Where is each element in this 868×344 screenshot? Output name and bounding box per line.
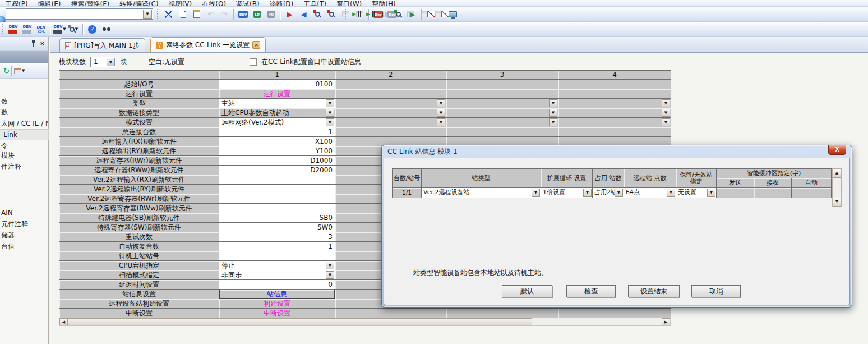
chevron-down-icon[interactable]: ▼ [326,262,334,269]
param-combo-cell[interactable]: 远程网络(Ver.2模式)▼ [219,118,335,127]
chevron-down-icon[interactable]: ▼ [326,109,334,117]
sidebar-item[interactable]: -Link [0,130,48,140]
program-selector-combo[interactable]: ▼ [6,8,153,20]
menu-item[interactable]: 视图(V) [164,0,197,7]
pulse-monitor-icon[interactable]: П [378,8,391,20]
sidebar-item[interactable]: 件注释 [0,162,48,172]
param-combo-cell[interactable]: ▼ [558,118,671,127]
chevron-down-icon[interactable]: ▼ [437,109,445,117]
delete-plc-data-icon[interactable] [325,8,338,20]
chevron-down-icon[interactable]: ▼ [662,118,670,126]
param-value-cell[interactable]: 1 [219,127,335,137]
param-combo-cell[interactable]: ▼ [558,108,671,118]
station-combo-cell[interactable]: Ver.2远程设备站▼ [422,188,541,198]
param-combo-cell[interactable]: 非同步▼ [219,270,335,280]
sidebar-item[interactable]: AIN [0,208,48,218]
station-combo-cell[interactable]: 占用2站▼ [593,188,624,198]
sidebar-item[interactable]: 台值 [0,241,48,251]
param-combo-cell[interactable]: ▼ [446,118,558,127]
chevron-down-icon[interactable]: ▼ [549,109,557,117]
sidebar-item[interactable]: 储器 [0,230,48,240]
param-combo-cell[interactable]: 主站CPU参数自动起动▼ [219,108,335,118]
find-icon[interactable] [100,23,113,35]
zoom-search-icon[interactable]: ▼ [67,23,80,35]
param-value-cell[interactable]: D2000 [219,166,335,175]
chevron-down-icon[interactable]: ▼ [75,27,78,31]
menu-item[interactable]: 编辑(E) [33,0,66,7]
copy-icon[interactable] [176,8,189,20]
param-combo-cell[interactable]: ▼ [335,108,446,118]
sidebar-item[interactable]: 太网 / CC IE / N [0,118,48,129]
device-memory-icon[interactable]: DEV [7,23,20,35]
close-tab-icon[interactable]: × [252,41,260,49]
param-combo-cell[interactable]: ▼ [558,99,671,108]
refresh-icon[interactable]: ↻ [3,67,10,75]
station-combo-cell[interactable]: 1倍设置▼ [541,188,593,198]
chevron-down-icon[interactable]: ▼ [326,99,334,107]
chevron-down-icon[interactable]: ▼ [63,27,66,31]
scroll-up-icon[interactable]: ▲ [833,169,841,178]
paste-icon[interactable] [190,8,203,20]
scroll-left-icon[interactable]: ◀ [59,318,68,325]
param-value-cell[interactable] [219,175,335,185]
sidebar-item[interactable]: 模块 [0,150,48,160]
close-pane-icon[interactable]: × [40,40,45,47]
toolbar-grip[interactable] [345,9,348,19]
menu-item[interactable]: 转换/编译(C) [114,0,164,7]
dialog-close-button[interactable]: X [828,145,846,155]
scrollbar-thumb[interactable] [68,318,532,325]
write-to-plc-icon[interactable]: ▶ [283,8,296,20]
param-value-cell[interactable] [219,194,335,204]
tab-network-parameter-cclink[interactable]: 网络参数 CC-Link 一览设置 × [150,37,266,52]
param-link-cell[interactable]: 运行设置 [219,89,335,99]
sampling-trace-icon[interactable] [424,8,437,20]
chevron-down-icon[interactable]: ▼ [583,189,592,197]
setting-end-button[interactable]: 设置结束 [628,285,680,297]
param-value-cell[interactable]: 0 [219,280,335,290]
check-button[interactable]: 检查 [566,285,616,297]
param-link-cell[interactable]: 中断设置 [219,309,335,318]
param-value-cell[interactable]: 1 [219,242,335,251]
param-value-cell[interactable] [219,185,335,194]
tab-prg-main[interactable]: [PRG]写入 MAIN 1步 [59,38,145,52]
param-value-cell[interactable]: X100 [219,137,335,146]
cancel-button[interactable]: 取消 [691,285,741,297]
param-combo-cell[interactable]: 主站▼ [219,99,335,108]
toolbar-grip[interactable] [157,9,160,19]
redo-icon[interactable]: ↷ [218,8,231,20]
param-value-cell[interactable]: SW0 [219,223,335,232]
monitor-stop-icon[interactable]: ▶ [364,8,377,20]
station-table-scrollbar[interactable]: ▲ ▼ [832,168,842,207]
chevron-down-icon[interactable]: ▼ [532,189,540,197]
param-value-cell[interactable] [219,251,335,261]
io-search-icon[interactable]: I/O [265,8,278,20]
param-value-cell[interactable] [219,204,335,213]
sidebar-item[interactable]: 元件注释 [0,219,48,229]
help-icon[interactable]: ? [86,23,99,35]
sidebar-item[interactable]: 数 [0,97,48,107]
chevron-down-icon[interactable]: ▼ [143,10,152,19]
param-value-cell[interactable]: 0100 [219,80,335,89]
station-info-link-cell[interactable]: 站信息 [219,290,335,299]
chevron-down-icon[interactable]: ▼ [22,68,25,73]
device-test-icon[interactable]: ▶ [406,8,419,20]
chevron-down-icon[interactable]: ▼ [662,99,670,107]
read-from-plc-icon[interactable]: ◀ [297,8,310,20]
device-search-icon[interactable]: DEV [237,8,250,20]
view-filter-icon[interactable] [14,68,21,74]
param-combo-cell[interactable]: ▼ [335,99,446,108]
param-combo-cell[interactable]: 停止▼ [219,261,335,270]
station-combo-cell[interactable]: 无设置▼ [676,188,717,198]
chevron-down-icon[interactable]: ▼ [437,99,445,107]
device-table-icon[interactable]: DEV [21,23,34,35]
monitor-start-icon[interactable]: ▶ [350,8,363,20]
menu-item[interactable]: 工具(T) [298,0,331,7]
menu-item[interactable]: 在线(O) [197,0,231,7]
undo-icon[interactable]: ↶ [204,8,217,20]
chevron-down-icon[interactable]: ▼ [707,189,715,197]
ladder-search-icon[interactable]: LD [251,8,264,20]
sidebar-item[interactable]: 数 [0,107,48,117]
scroll-down-icon[interactable]: ▼ [833,198,841,207]
scan-time-chart-icon[interactable] [438,8,451,20]
menu-item[interactable]: 工程(P) [0,0,33,7]
